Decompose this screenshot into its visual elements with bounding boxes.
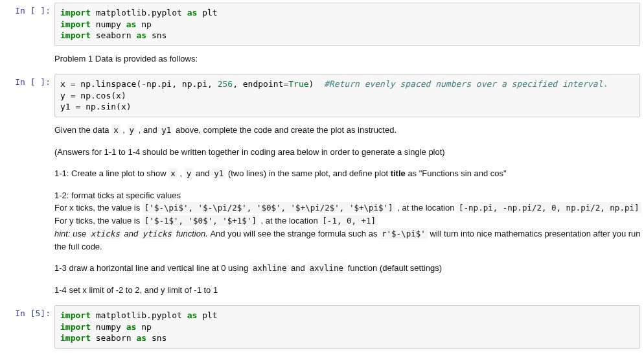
text: , at the location [397, 203, 457, 213]
cell-body: x = np.linspace(-np.pi, np.pi, 256, endp… [54, 74, 644, 117]
paragraph: 1-2: format ticks at specific values For… [54, 189, 641, 253]
text: 1-3 draw a horizontal line and vertical … [54, 263, 251, 273]
text: and [196, 168, 212, 178]
text: 1-1: Create a line plot to show [54, 168, 168, 178]
text: Given the data [54, 125, 111, 135]
inline-code: ['$-\pi$', '$-\pi/2$', '$0$', '$+\pi/2$'… [143, 202, 395, 213]
bold-text: title [391, 168, 406, 178]
paragraph: Given the data x , y , and y1 above, com… [54, 124, 641, 137]
markdown-cell: Problem 1 Data is provided as follows: [0, 49, 644, 72]
inline-code: r'$-\pi$' [380, 228, 428, 239]
prompt-in: In [ ]: [0, 74, 54, 88]
inline-code: [-1, 0, +1] [320, 215, 378, 226]
text: above, complete the code and create the … [176, 125, 397, 135]
inline-code: x [111, 124, 121, 135]
cell-body: import matplotlib.pyplot as plt import n… [54, 305, 644, 349]
text: function. [176, 229, 208, 238]
inline-code: y [128, 124, 137, 135]
text: , and [139, 125, 160, 135]
text: and [124, 229, 141, 238]
prompt-in: In [ ]: [0, 3, 54, 17]
inline-code: ['$-1$', '$0$', '$+1$'] [143, 215, 259, 226]
inline-code: yticks [141, 228, 174, 239]
markdown-body: Given the data x , y , and y1 above, com… [54, 122, 644, 301]
inline-code: axvline [307, 262, 345, 273]
text: as "Functions sin and cos" [408, 168, 506, 178]
inline-code: [-np.pi, -np.pi/2, 0, np.pi/2, np.pi] [457, 202, 641, 213]
text: And you will see the strange formula suc… [210, 229, 380, 238]
prompt-in: In [5]: [0, 305, 54, 319]
paragraph: 1-3 draw a horizontal line and vertical … [54, 262, 641, 275]
inline-code: axhline [251, 262, 289, 273]
markdown-body: Problem 1 Data is provided as follows: [54, 51, 644, 69]
paragraph: 1-4 set x limit of -2 to 2, and y limit … [54, 284, 641, 297]
inline-code: y1 [159, 124, 173, 135]
text: 1-2: format ticks at specific values [54, 191, 181, 200]
text: and [291, 263, 307, 273]
text: , [179, 168, 184, 178]
text: For x ticks, the value is [54, 203, 143, 213]
hint-text: hint: use xticks and yticks function. [54, 228, 210, 239]
code-input[interactable]: import matplotlib.pyplot as plt import n… [54, 305, 640, 349]
text: , [122, 125, 127, 135]
text: , at the location [261, 216, 321, 226]
code-cell: In [ ]: import matplotlib.pyplot as plt … [0, 0, 644, 49]
code-input[interactable]: import matplotlib.pyplot as plt import n… [54, 3, 640, 46]
inline-code: x [168, 168, 178, 179]
code-cell: In [ ]: x = np.linspace(-np.pi, np.pi, 2… [0, 71, 644, 120]
cell-body: import matplotlib.pyplot as plt import n… [54, 3, 644, 46]
inline-code: y [185, 168, 194, 179]
paragraph: (Answers for 1-1 to 1-4 should be writte… [54, 146, 641, 159]
prompt-empty [0, 122, 54, 135]
inline-code: y1 [212, 168, 225, 179]
prompt-empty [0, 51, 54, 64]
paragraph: 1-1: Create a line plot to show x , y an… [54, 167, 641, 180]
markdown-cell: Given the data x , y , and y1 above, com… [0, 120, 644, 303]
code-input[interactable]: x = np.linspace(-np.pi, np.pi, 256, endp… [54, 74, 640, 117]
code-cell: In [5]: import matplotlib.pyplot as plt … [0, 303, 644, 351]
text: For y ticks, the value is [54, 216, 143, 226]
inline-code: xticks [89, 228, 122, 239]
text: function (default settings) [348, 263, 442, 273]
text: hint: use [54, 229, 89, 238]
text: (two lines) in the same plot, and define… [228, 168, 391, 178]
paragraph: Problem 1 Data is provided as follows: [54, 52, 641, 65]
